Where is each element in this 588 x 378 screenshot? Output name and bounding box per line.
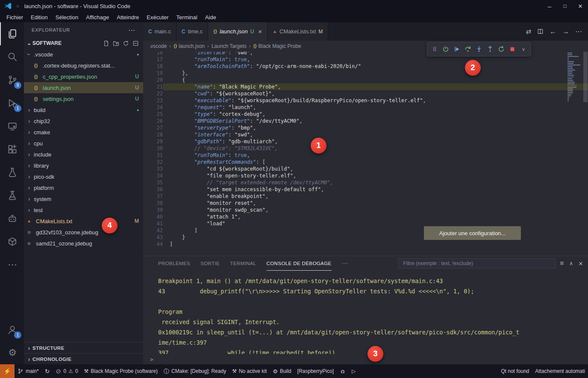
panel-more-tabs-icon[interactable]: ⋯	[342, 260, 348, 267]
menu-item-terminal[interactable]: Terminal	[173, 14, 201, 21]
line-number[interactable]: 20	[143, 77, 163, 83]
code-line-23[interactable]: 23 "executable": "${workspaceRoot}/build…	[143, 97, 588, 104]
code-line-30[interactable]: 30 // "device": "STM32L431VC",	[143, 145, 588, 152]
tab-time-c[interactable]: Ctime.c	[176, 22, 208, 41]
line-number[interactable]: 24	[143, 104, 163, 111]
status-problems[interactable]: 0⚠0	[53, 364, 81, 378]
code-line-38[interactable]: 38 "monitor reset",	[143, 200, 588, 207]
tree-item-include[interactable]: ›include	[24, 149, 143, 160]
code-line-24[interactable]: 24 "request": "launch",	[143, 104, 588, 111]
activity-item-search[interactable]	[0, 45, 24, 68]
panel-tab-sortie[interactable]: SORTIE	[200, 256, 220, 271]
close-panel-button[interactable]: ×	[579, 260, 583, 267]
tab-main-c[interactable]: Cmain.c	[143, 22, 176, 41]
code-line-27[interactable]: 27 "servertype": "bmp",	[143, 124, 588, 131]
line-number[interactable]: 42	[143, 227, 163, 234]
panel-tab-terminal[interactable]: TERMINAL	[230, 256, 256, 271]
code-line-31[interactable]: 31 "runToMain": true,	[143, 152, 588, 159]
code-line-21[interactable]: 21 "name": "Black Magic Probe",	[143, 83, 588, 90]
line-number[interactable]: 27	[143, 124, 163, 131]
status-git-branch[interactable]: main*	[15, 364, 42, 378]
new-folder-button[interactable]	[113, 40, 119, 47]
collapse-folders-button[interactable]	[132, 40, 139, 47]
debug-console[interactable]: Breakpoint 1, main () at /mnt/data/git/o…	[143, 271, 588, 354]
code-line-36[interactable]: 36 "set mem inaccessible-by-default off"…	[143, 186, 588, 193]
continue-button[interactable]	[451, 44, 462, 55]
panel-tab-console-de-debogage[interactable]: CONSOLE DE DÉBOGAGE	[267, 256, 332, 271]
step-over-button[interactable]	[462, 44, 473, 55]
code-line-42[interactable]: 42 ]	[143, 227, 588, 234]
code-line-32[interactable]: 32 "preRestartCommands": [	[143, 159, 588, 165]
line-number[interactable]: 23	[143, 97, 163, 104]
line-number[interactable]: 41	[143, 220, 163, 227]
code-line-39[interactable]: 39 "monitor swdp_scan",	[143, 207, 588, 213]
tree-item-cortex-debug-registers-stat[interactable]: {}.cortex-debug.registers.stat...	[24, 60, 143, 71]
maximize-panel-button[interactable]: ∧	[569, 261, 573, 266]
activity-item-remote-explorer[interactable]	[0, 115, 24, 138]
code-editor[interactable]: 16 "interface": "swd",17 "runToMain": tr…	[143, 52, 588, 256]
code-line-40[interactable]: 40 "attach 1",	[143, 213, 588, 220]
editor-scrollbar[interactable]	[583, 52, 588, 102]
line-number[interactable]: 34	[143, 172, 163, 179]
status-cmake-build[interactable]: ⚙Build	[270, 364, 294, 378]
breadcrumb-item-launch-targets[interactable]: Launch Targets	[212, 43, 247, 49]
tree-item-c-cpp-properties-json[interactable]: {}c_cpp_properties.jsonU	[24, 71, 143, 82]
gripper-button[interactable]: ⠿	[429, 44, 440, 55]
console-filter-input[interactable]	[402, 260, 552, 267]
tree-item-cmakelists-txt[interactable]: ▲CMakeLists.txtM	[24, 216, 143, 227]
code-line-20[interactable]: 20 {	[143, 77, 588, 83]
status-cmake-debug-target[interactable]	[337, 364, 349, 378]
breadcrumb-item-launch-json[interactable]: {}launch.json	[173, 43, 205, 49]
tree-item-samd21-ozone-jdebug[interactable]: ≡samd21_ozone.jdebug	[24, 238, 143, 249]
menu-item-executer[interactable]: Exécuter	[143, 14, 172, 21]
code-line-28[interactable]: 28 "interface": "swd",	[143, 131, 588, 138]
code-line-26[interactable]: 26 "BMPGDBSerialPort": "/dev/ttyACM0",	[143, 118, 588, 124]
split-editor-button[interactable]	[537, 28, 544, 35]
code-line-35[interactable]: 35 // "target extended-remote /dev/ttyAC…	[143, 179, 588, 186]
navigate-back-button[interactable]: ←	[550, 28, 556, 35]
step-into-button[interactable]	[473, 44, 485, 55]
status-auto-attach[interactable]: Attachement automati	[532, 364, 588, 378]
pause-button[interactable]	[440, 44, 451, 55]
tab-cmakelists-txt[interactable]: ▲CMakeLists.txtM	[268, 22, 328, 41]
status-cmake-status[interactable]: ⓘCMake: [Debug]: Ready	[161, 364, 229, 378]
activity-item-manage[interactable]: ⚙	[0, 341, 24, 364]
breadcrumb-item-black-magic-probe[interactable]: {}Black Magic Probe	[253, 43, 301, 49]
line-number[interactable]: 19	[143, 70, 163, 77]
close-tab-icon[interactable]: ×	[258, 28, 262, 35]
minimap[interactable]	[567, 53, 582, 101]
navigate-forward-button[interactable]: →	[562, 28, 569, 35]
line-number[interactable]: 29	[143, 138, 163, 145]
activity-item-source-control[interactable]: 9	[0, 68, 24, 92]
line-number[interactable]: 28	[143, 131, 163, 138]
toolbar-more-button[interactable]: ∨	[518, 44, 529, 55]
code-line-43[interactable]: 43 }	[143, 234, 588, 241]
tree-item-test[interactable]: ›test	[24, 204, 143, 216]
line-number[interactable]: 17	[143, 56, 163, 63]
code-line-41[interactable]: 41 "load"	[143, 220, 588, 227]
close-button[interactable]: ×	[573, 0, 588, 12]
sidebar-section-structure[interactable]: ›STRUCTURE	[24, 342, 143, 353]
line-number[interactable]: 37	[143, 193, 163, 200]
minimize-button[interactable]: –	[542, 0, 557, 12]
menu-item-fichier[interactable]: Fichier	[3, 14, 27, 21]
status-cmake-kit[interactable]: ⚒No active kit	[229, 364, 270, 378]
code-line-25[interactable]: 25 "type": "cortex-debug",	[143, 111, 588, 118]
menu-item-atteindre[interactable]: Atteindre	[113, 14, 143, 21]
activity-item-accounts[interactable]: 1	[0, 318, 24, 341]
sidebar-more-actions-icon[interactable]: ⋯	[128, 26, 135, 34]
breadcrumb-item-vscode[interactable]: .vscode	[149, 43, 167, 49]
activity-item-testing[interactable]	[0, 161, 24, 184]
activity-item-extensions[interactable]	[0, 138, 24, 161]
line-number[interactable]: 36	[143, 186, 163, 193]
tree-item-cmake[interactable]: ›cmake	[24, 127, 143, 138]
line-number[interactable]: 31	[143, 152, 163, 159]
line-number[interactable]: 39	[143, 207, 163, 213]
code-line-17[interactable]: 17 "runToMain": true,	[143, 56, 588, 63]
activity-item-peripherals[interactable]	[0, 207, 24, 230]
line-number[interactable]: 44	[143, 241, 163, 248]
activity-item-run-and-debug[interactable]: 1	[0, 92, 24, 115]
status-sync-changes[interactable]: ↻	[42, 364, 53, 378]
restart-button[interactable]	[496, 44, 507, 55]
stop-button[interactable]	[507, 44, 518, 55]
